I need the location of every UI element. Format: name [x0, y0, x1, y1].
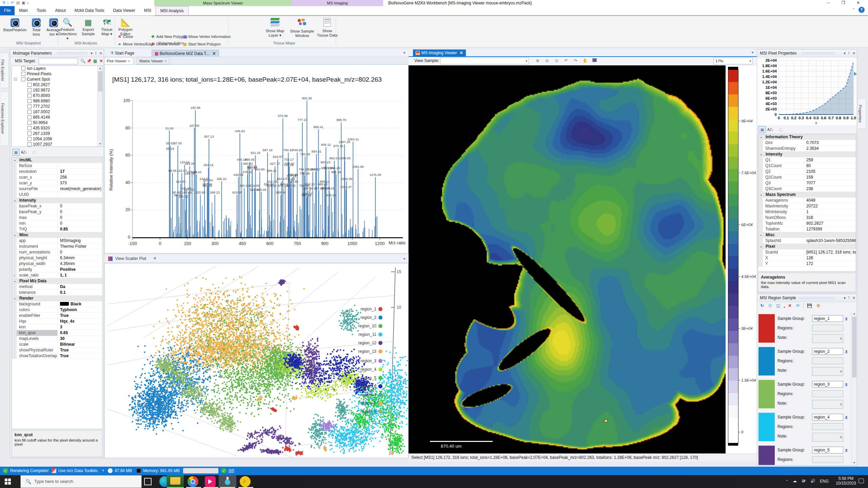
note-input[interactable]: ▲▼	[812, 433, 843, 442]
spinner-down-icon[interactable]: ▼	[840, 369, 842, 375]
ribbon-button-show-vertex-information[interactable]: ▦Show Vertex Information	[183, 34, 231, 40]
checkbox[interactable]	[27, 94, 32, 98]
property-row-q3[interactable]: Q37077	[758, 180, 856, 186]
remove-group-link[interactable]: x	[845, 316, 847, 320]
workspace-tab-ms-imaging[interactable]: MS Imaging	[292, 0, 383, 6]
property-row-scale-ratio[interactable]: ›scale_ratio1, 1	[12, 272, 102, 278]
checkbox[interactable]	[27, 137, 32, 141]
property-row-showphysicalruler[interactable]: showPhysicalRulerTrue	[12, 347, 102, 353]
tree-item-1007-2937[interactable]: 1007.2937	[12, 142, 102, 147]
ribbon-button-show-sample[interactable]: Show SampleWindow	[288, 17, 316, 38]
tree-item-187-0002[interactable]: 187.0002	[12, 109, 102, 115]
save-icon[interactable]: ▣	[22, 1, 25, 5]
menu-msi-analysis[interactable]: MSI Analysis	[156, 6, 189, 15]
property-row-splashid[interactable]: SplashIdsplash10-1wsm-5853255969-d	[758, 238, 856, 244]
property-row-polarity[interactable]: polarityPositive	[12, 267, 102, 272]
pin-ion-icon[interactable]: 📌	[86, 58, 92, 64]
menu-file[interactable]: File	[0, 6, 15, 15]
tab-start-page[interactable]: ⚗ Start Page	[107, 50, 137, 57]
speaker-icon[interactable]: 🔊	[810, 479, 815, 483]
tab-ms-imaging-viewer[interactable]: MS-Imaging Viewer✕	[413, 49, 466, 57]
panel-menu-icon[interactable]: ▾	[844, 51, 846, 55]
pan-hand-icon[interactable]: ✋	[582, 58, 588, 64]
folder-cell[interactable]	[167, 475, 184, 488]
sort-az-icon[interactable]: AZ↓	[767, 126, 774, 133]
category-information-theory[interactable]: ⌄Information Theory	[758, 134, 856, 140]
close-button[interactable]: ✕	[852, 0, 864, 6]
checkbox[interactable]	[27, 99, 32, 103]
property-row-knn[interactable]: knn3	[12, 324, 102, 330]
dock-tab-features-explorer[interactable]: Features Explorer	[1, 92, 9, 146]
menu-about[interactable]: About	[51, 6, 70, 15]
task-view-icon[interactable]	[144, 478, 152, 485]
imaging-tab-close-icon[interactable]: ✕	[459, 50, 463, 55]
property-row-totalion[interactable]: TotalIon1279399	[758, 226, 856, 232]
imaging-tab-dropdown-icon[interactable]: ▼	[751, 51, 754, 54]
ribbon-button-show[interactable]: ShowTissue Data	[317, 17, 338, 38]
panel-close-icon[interactable]: ✕	[852, 51, 855, 55]
clear-icon[interactable]: ✕	[98, 58, 104, 64]
spinner-down-icon[interactable]: ▼	[840, 336, 842, 342]
quickaccess-dropdown-icon[interactable]: ▾	[27, 2, 28, 5]
property-row-num-annotations[interactable]: num_annotations0	[12, 249, 102, 255]
panel-menu-icon[interactable]: ▾	[91, 51, 93, 55]
status-tasks[interactable]: 0/0	[229, 467, 234, 475]
scatter-dropdown-icon[interactable]: ▼	[403, 257, 406, 261]
start-button[interactable]	[5, 479, 11, 485]
category-intensity[interactable]: ⌄Intensity	[758, 151, 856, 157]
category-intensity[interactable]: ⌄Intensity	[12, 198, 102, 203]
dock-tab-file-explorer[interactable]: File Explorer	[1, 53, 9, 88]
property-row-minintensity[interactable]: MinIntensity1	[758, 209, 856, 215]
note-input[interactable]: ▲▼	[812, 334, 843, 343]
tree-item-current-spot[interactable]: −Current Spot	[12, 77, 102, 82]
view-sample-combo[interactable]: ▼	[440, 58, 529, 64]
onedrive-icon[interactable]: ☁	[793, 479, 797, 483]
property-row-basepeak-x[interactable]: basePeak_x0	[12, 203, 102, 209]
tab-matrix-viewer[interactable]: Matrix Viewer ✕	[137, 57, 170, 64]
property-row-q3count[interactable]: Q3Count238	[758, 186, 856, 192]
tree-item-777-2702[interactable]: 777.2702	[12, 104, 102, 109]
sample-group-input[interactable]: region_1	[812, 315, 843, 322]
property-row-uuid[interactable]: UUID	[12, 192, 102, 198]
property-row-physical-height[interactable]: physical_height6.34mm	[12, 255, 102, 261]
media-player-icon[interactable]	[205, 476, 216, 487]
property-row-maxintensity[interactable]: MaxIntensity20722	[758, 203, 856, 209]
restore-button[interactable]: ❐	[837, 0, 849, 6]
property-row-sourcefile[interactable]: sourceFilereset(mesh_generator)	[12, 186, 102, 192]
tab-close-icon[interactable]: ✕	[213, 51, 216, 56]
help-icon[interactable]: ?	[859, 7, 865, 13]
chrome-icon[interactable]	[188, 476, 198, 487]
sample-group-input[interactable]: region_2	[812, 348, 843, 355]
property-row-y[interactable]: Y172	[758, 261, 856, 267]
property-row-scale[interactable]: scaleBilinear	[12, 342, 102, 347]
property-row-background[interactable]: backgroundBlack	[12, 301, 102, 307]
ribbon-button-polygon[interactable]: 📐PolygonEditor	[116, 17, 135, 36]
polygon-dropdown-icon[interactable]: ▾	[782, 304, 787, 310]
panel-pin-icon[interactable]: ⊺	[848, 51, 850, 55]
ribbon-button-add-new-polygon[interactable]: ✚Add New Polygon	[151, 34, 187, 40]
sort-az-icon[interactable]: AZ↓	[20, 149, 28, 156]
menu-data-viewer[interactable]: Data Viewer	[109, 6, 140, 15]
menu-mzkit-data-tools[interactable]: Mzkit Data Tools	[70, 6, 109, 15]
ribbon-button-basepeakion[interactable]: BasePeakIon	[1, 17, 28, 32]
panel-close-icon[interactable]: ✕	[99, 51, 102, 55]
settings-gear-icon[interactable]: ⚙	[815, 303, 821, 309]
property-row-showtotalionoverlap[interactable]: showTotalIonOverlapTrue	[12, 353, 102, 359]
ribbon-collapse-icon[interactable]: ⌃	[852, 7, 855, 11]
reload-icon[interactable]: ⟳	[795, 303, 801, 309]
dock-tab-properties[interactable]: Properties	[858, 98, 866, 129]
property-row-max[interactable]: max0	[12, 215, 102, 221]
msi-image-view[interactable]: 870.40 um	[409, 65, 726, 453]
tree-item-50-9954[interactable]: 50.9954	[12, 120, 102, 125]
mzkit-cell[interactable]	[219, 475, 236, 488]
property-row-topionmz[interactable]: TopIonMz802.2627	[758, 221, 856, 226]
property-row-hqx[interactable]: HqxHqx_4x	[12, 319, 102, 324]
toolkit-dropdown-icon[interactable]: ▼	[102, 467, 104, 475]
redo-view-icon[interactable]: ↷	[573, 58, 578, 64]
region-color-swatch[interactable]	[758, 413, 775, 441]
ribbon-button-tissue[interactable]: 🗺TissueMap ▾	[98, 17, 115, 36]
property-row-scan-y[interactable]: scan_y373	[12, 180, 102, 186]
property-row-shannonentropy[interactable]: ShannonEntropy2.3534	[758, 146, 856, 151]
property-row-scanid[interactable]: ScanId[MS1] 126,172, 316 ions; total	[758, 249, 856, 255]
ribbon-button-show-map[interactable]: Show MapLayer ▾	[263, 17, 287, 38]
